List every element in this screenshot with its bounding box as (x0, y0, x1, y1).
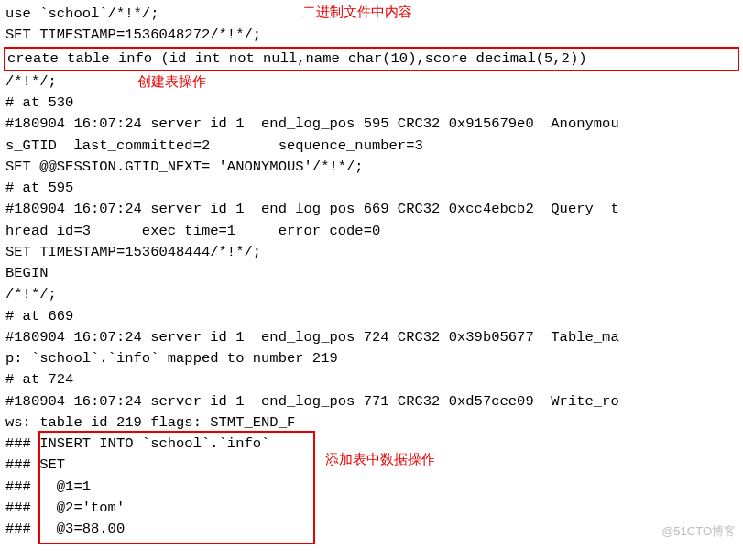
create-table-statement: create table info (id int not null,name … (4, 47, 739, 71)
annotation-insert-data: 添加表中数据操作 (325, 449, 435, 470)
log-line: p: `school`.`info` mapped to number 219 (5, 348, 738, 369)
log-line: /*!*/; (5, 284, 738, 305)
log-line: SET TIMESTAMP=1536048444/*!*/; (5, 242, 738, 263)
log-line: SET TIMESTAMP=1536048272/*!*/; (5, 25, 738, 46)
log-line: BEGIN (5, 263, 738, 284)
log-line: # at 595 (5, 178, 738, 199)
log-line: hread_id=3 exec_time=1 error_code=0 (5, 221, 738, 242)
log-line: # at 669 (5, 306, 738, 327)
log-line: SET @@SESSION.GTID_NEXT= 'ANONYMOUS'/*!*… (5, 157, 738, 178)
log-line: ### @1=1 (5, 477, 738, 498)
log-line: ### @2='tom' (5, 498, 738, 519)
annotation-binary-content: 二进制文件中内容 (302, 2, 412, 23)
log-line: ws: table id 219 flags: STMT_END_F (5, 412, 738, 434)
log-line: #180904 16:07:24 server id 1 end_log_pos… (5, 327, 738, 348)
log-line: /*!*/; (5, 71, 738, 93)
log-line: s_GTID last_committed=2 sequence_number=… (5, 136, 738, 157)
log-line: # at 724 (5, 369, 738, 390)
annotation-create-table: 创建表操作 (137, 71, 206, 93)
log-line: # at 530 (5, 93, 738, 114)
log-line: #180904 16:07:24 server id 1 end_log_pos… (5, 199, 738, 220)
log-line: ### @3=88.00 (5, 519, 738, 540)
log-line: #180904 16:07:24 server id 1 end_log_pos… (5, 114, 738, 135)
log-line: #180904 16:07:24 server id 1 end_log_pos… (5, 391, 738, 412)
watermark: @51CTO博客 (661, 522, 736, 541)
